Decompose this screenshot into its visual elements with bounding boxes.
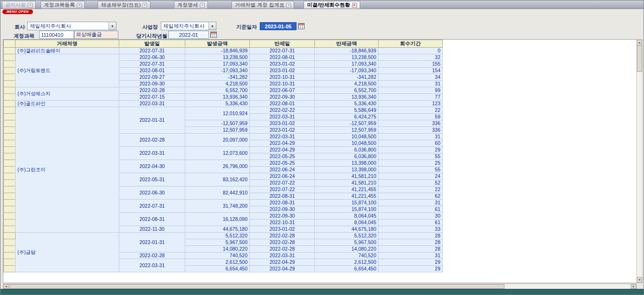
settle-date-cell[interactable]: 2022-02-28 [250, 239, 315, 246]
tab-5[interactable]: 거래처별 계정 집계표× [231, 1, 294, 8]
settle-date-cell[interactable]: 2022-05-25 [250, 160, 315, 167]
occur-amount-cell[interactable]: 44,675,180 [185, 226, 250, 233]
occur-amount-cell[interactable]: 12,010,924 [185, 107, 250, 120]
settle-amount-cell[interactable]: 6,036,800 [315, 147, 379, 153]
row-selector[interactable] [4, 147, 16, 153]
settle-amount-cell[interactable]: 5,336,430 [315, 101, 379, 107]
tab-3[interactable]: 채권채무장(전표)× [98, 1, 150, 8]
account-code-input[interactable] [39, 31, 74, 39]
occur-date-cell[interactable]: 2022-04-30 [119, 160, 185, 173]
settle-amount-cell[interactable]: 2,612,500 [315, 259, 379, 266]
days-cell[interactable]: 77 [379, 94, 443, 101]
days-cell[interactable]: 31 [379, 134, 443, 140]
days-cell[interactable]: 25 [379, 160, 443, 167]
customer-cell[interactable]: (주)금담 [16, 233, 119, 272]
base-date-calendar-icon[interactable] [298, 23, 305, 29]
customer-cell[interactable]: (주)갤러리드솔레이 [16, 48, 119, 54]
row-selector[interactable] [4, 253, 16, 259]
settle-date-cell[interactable]: 2022-08-31 [250, 200, 315, 206]
occur-amount-cell[interactable]: 83,162,420 [185, 173, 250, 186]
days-cell[interactable]: 28 [379, 246, 443, 253]
tab-1[interactable]: 공지사항× [2, 1, 36, 8]
row-selector[interactable] [4, 167, 16, 173]
settle-amount-cell[interactable]: 14,080,220 [315, 246, 379, 253]
settle-amount-cell[interactable]: -17,093,340 [315, 67, 379, 74]
settle-amount-cell[interactable]: 6,552,700 [315, 87, 379, 94]
days-cell[interactable]: 123 [379, 101, 443, 107]
settle-amount-cell[interactable]: 41,221,455 [315, 186, 379, 193]
days-cell[interactable]: 60 [379, 140, 443, 147]
col-header-customer[interactable]: 거래처명 [16, 40, 119, 48]
occur-amount-cell[interactable]: 16,128,090 [185, 213, 250, 226]
settle-amount-cell[interactable]: 12,507,959 [315, 127, 379, 134]
occur-date-cell[interactable]: 2022-07-31 [119, 48, 185, 54]
settle-date-cell[interactable]: 2023-01-02 [250, 226, 315, 233]
settle-amount-cell[interactable]: -341,282 [315, 74, 379, 81]
days-cell[interactable]: 33 [379, 226, 443, 233]
settle-date-cell[interactable]: 2022-08-01 [250, 101, 315, 107]
settle-date-cell[interactable]: 2022-02-22 [250, 107, 315, 114]
settle-date-cell[interactable]: 2022-07-22 [250, 180, 315, 186]
days-cell[interactable]: 31 [379, 81, 443, 87]
settle-amount-cell[interactable]: 17,093,340 [315, 61, 379, 67]
tab-close-icon[interactable]: × [77, 3, 82, 8]
occur-date-cell[interactable]: 2022-03-31 [119, 147, 185, 160]
occur-amount-cell[interactable]: 13,238,500 [185, 54, 250, 61]
grid-corner-cell[interactable] [4, 40, 16, 48]
occur-date-cell[interactable]: 2022-09-27 [119, 74, 185, 81]
base-date-input[interactable] [260, 22, 297, 30]
days-cell[interactable]: 22 [379, 186, 443, 193]
tab-close-icon[interactable]: × [286, 3, 291, 8]
days-cell[interactable]: 29 [379, 259, 443, 266]
tab-6[interactable]: 미결/반제회수현황× [304, 1, 360, 8]
tab-close-icon[interactable]: × [142, 3, 147, 8]
start-month-calendar-icon[interactable] [210, 32, 217, 38]
row-selector[interactable] [4, 114, 16, 120]
account-name-input[interactable] [74, 31, 118, 39]
occur-amount-cell[interactable]: 6,654,450 [185, 266, 250, 272]
settle-date-cell[interactable]: 2022-02-28 [250, 233, 315, 239]
row-selector[interactable] [4, 120, 16, 127]
occur-amount-cell[interactable]: 740,520 [185, 253, 250, 259]
row-selector[interactable] [4, 193, 16, 200]
row-selector[interactable] [4, 186, 16, 193]
settle-amount-cell[interactable]: 10,048,500 [315, 134, 379, 140]
settle-date-cell[interactable]: 2022-09-30 [250, 213, 315, 219]
days-cell[interactable]: 34 [379, 74, 443, 81]
occur-amount-cell[interactable]: 5,336,430 [185, 101, 250, 107]
tab-close-icon[interactable]: × [352, 3, 357, 8]
row-selector[interactable] [4, 233, 16, 239]
scroll-down-icon[interactable]: ▼ [637, 277, 642, 283]
settle-date-cell[interactable]: 2022-08-01 [250, 54, 315, 61]
row-selector[interactable] [4, 61, 16, 67]
days-cell[interactable]: 0 [379, 48, 443, 54]
row-selector[interactable] [4, 213, 16, 219]
days-cell[interactable]: 55 [379, 153, 443, 160]
row-selector[interactable] [4, 67, 16, 74]
row-selector[interactable] [4, 206, 16, 213]
settle-amount-cell[interactable]: 41,581,210 [315, 173, 379, 180]
settle-date-cell[interactable]: 2022-02-28 [250, 246, 315, 253]
occur-date-cell[interactable]: 2022-03-31 [119, 101, 185, 107]
days-cell[interactable]: 154 [379, 67, 443, 74]
settle-amount-cell[interactable]: 13,936,340 [315, 94, 379, 101]
occur-date-cell[interactable]: 2022-07-31 [119, 61, 185, 67]
customer-cell[interactable]: (주)그린조이 [16, 107, 119, 233]
settle-amount-cell[interactable]: 41,221,455 [315, 193, 379, 200]
customer-cell[interactable]: (주)거림트렌드 [16, 54, 119, 87]
settle-amount-cell[interactable]: 13,398,000 [315, 167, 379, 173]
days-cell[interactable]: 59 [379, 114, 443, 120]
row-selector[interactable] [4, 140, 16, 147]
row-selector[interactable] [4, 81, 16, 87]
settle-date-cell[interactable]: 2022-03-31 [250, 253, 315, 259]
row-selector[interactable] [4, 87, 16, 94]
occur-amount-cell[interactable]: 82,442,910 [185, 186, 250, 200]
settle-date-cell[interactable]: 2022-08-31 [250, 193, 315, 200]
settle-date-cell[interactable]: 2022-09-30 [250, 94, 315, 101]
row-selector[interactable] [4, 134, 16, 140]
settle-date-cell[interactable]: 2022-04-29 [250, 259, 315, 266]
tab-4[interactable]: 계정명세× [174, 1, 208, 8]
settle-date-cell[interactable]: 2022-04-29 [250, 147, 315, 153]
row-selector[interactable] [4, 160, 16, 167]
settle-date-cell[interactable]: 2022-03-31 [250, 114, 315, 120]
